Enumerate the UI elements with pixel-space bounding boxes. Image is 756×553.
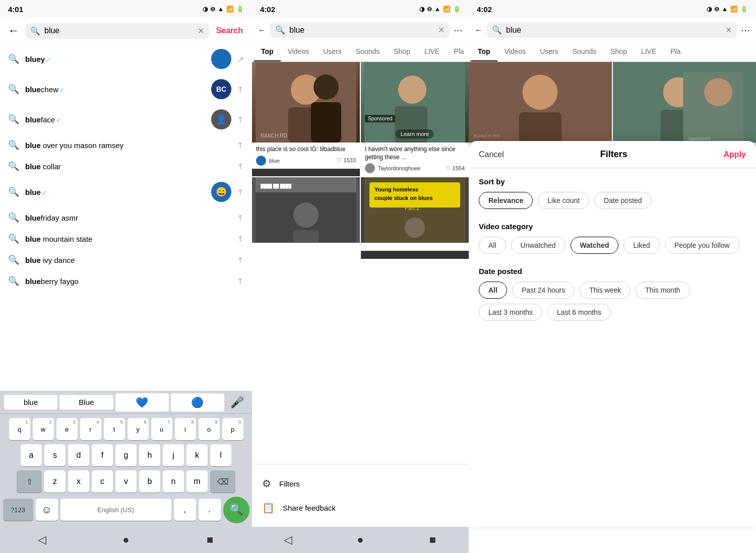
- kb-key-a[interactable]: a: [21, 444, 42, 466]
- chip-people-follow[interactable]: People you follow: [665, 237, 739, 254]
- kb-key-y[interactable]: y6: [128, 418, 149, 440]
- chip-watched[interactable]: Watched: [571, 237, 619, 254]
- tab-sounds-2[interactable]: Sounds: [349, 42, 387, 61]
- nav-back-1[interactable]: ◁: [27, 533, 57, 546]
- kb-key-c[interactable]: c: [92, 470, 113, 493]
- kb-shift-key[interactable]: ⇧: [17, 470, 42, 493]
- filters-cancel-btn[interactable]: Cancel: [479, 150, 504, 159]
- kb-key-x[interactable]: x: [68, 470, 89, 493]
- chip-unwatched[interactable]: Unwatched: [511, 237, 565, 254]
- suggestion-item-bluefriday[interactable]: 🔍 bluefriday asmr ↗: [0, 207, 252, 228]
- suggestion-item-bluey[interactable]: 🔍 bluey✓ 🐾 ↗: [0, 44, 252, 74]
- kb-key-r[interactable]: r4: [80, 418, 101, 440]
- tab-sounds-3[interactable]: Sounds: [565, 42, 603, 61]
- kb-key-p[interactable]: p0: [222, 418, 243, 440]
- search-action-btn[interactable]: Search: [213, 24, 246, 37]
- tab-pla-2[interactable]: Pla: [447, 42, 469, 61]
- learn-more-2[interactable]: Learn more: [396, 129, 434, 139]
- suggestion-item-blue-over[interactable]: 🔍 blue over you mason ramsey ↗: [0, 134, 252, 156]
- tab-top-2[interactable]: Top: [254, 42, 281, 61]
- kb-key-u[interactable]: u7: [151, 418, 172, 440]
- kb-special-key[interactable]: ?123: [3, 499, 33, 521]
- kb-key-w[interactable]: w2: [33, 418, 54, 440]
- tab-top-3[interactable]: Top: [471, 42, 497, 61]
- search-input-3[interactable]: [506, 26, 721, 35]
- kb-key-j[interactable]: j: [163, 444, 184, 466]
- video-card-1[interactable]: RANCH RD this place is so cool IG: lilba…: [252, 62, 360, 176]
- kb-key-b[interactable]: b: [139, 470, 160, 493]
- nav-square-2[interactable]: ■: [417, 533, 448, 546]
- tab-videos-2[interactable]: Videos: [281, 42, 317, 61]
- kb-key-m[interactable]: m: [186, 470, 208, 493]
- kb-key-o[interactable]: o9: [199, 418, 220, 440]
- suggestion-item-blue-ivy[interactable]: 🔍 blue ivy dance ↗: [0, 249, 252, 270]
- suggestion-item-bluechew[interactable]: 🔍 bluechew✓ BC ↗: [0, 74, 252, 104]
- chip-like-count[interactable]: Like count: [538, 192, 589, 209]
- tab-shop-3[interactable]: Shop: [603, 42, 634, 61]
- kb-key-z[interactable]: z: [44, 470, 66, 493]
- kb-key-g[interactable]: g: [115, 444, 137, 466]
- nav-square-1[interactable]: ■: [195, 533, 225, 546]
- suggestion-item-blueberry[interactable]: 🔍 blueberry faygo ↗: [0, 270, 252, 292]
- kb-key-i[interactable]: i8: [175, 418, 196, 440]
- video-card-3[interactable]: ████ ██ ████: [252, 177, 360, 259]
- kb-suggest-blue[interactable]: blue: [4, 395, 57, 409]
- chip-past-24h[interactable]: Past 24 hours: [512, 282, 575, 299]
- more-icon-3[interactable]: ···: [741, 24, 750, 37]
- kb-key-h[interactable]: h: [139, 444, 160, 466]
- microphone-icon[interactable]: 🎤: [226, 396, 248, 409]
- kb-search-key[interactable]: 🔍: [223, 497, 249, 523]
- tab-users-3[interactable]: Users: [533, 42, 565, 61]
- kb-key-d[interactable]: d: [68, 444, 89, 466]
- chip-all-date[interactable]: All: [479, 282, 507, 299]
- chip-relevance[interactable]: Relevance: [479, 192, 533, 209]
- clear-icon-3[interactable]: ✕: [725, 25, 732, 35]
- nav-home-2[interactable]: ●: [345, 533, 375, 546]
- chip-date-posted[interactable]: Date posted: [594, 192, 652, 209]
- kb-key-l[interactable]: l: [210, 444, 231, 466]
- kb-emoji-key[interactable]: ☺: [36, 499, 58, 521]
- kb-delete-key[interactable]: ⌫: [210, 470, 235, 493]
- chip-liked[interactable]: Liked: [623, 237, 659, 254]
- search-input-1[interactable]: [44, 26, 194, 35]
- back-button-1[interactable]: ←: [6, 22, 21, 39]
- kb-suggest-blue-cap[interactable]: Blue: [59, 395, 113, 409]
- chip-all-cat[interactable]: All: [479, 237, 506, 254]
- search-input-2[interactable]: [289, 26, 434, 35]
- suggestion-item-blueface[interactable]: 🔍 blueface✓ 👤 ↗: [0, 104, 252, 134]
- kb-comma-key[interactable]: ,: [174, 499, 196, 521]
- kb-key-q[interactable]: q1: [9, 418, 30, 440]
- tab-pla-3[interactable]: Pla: [663, 42, 687, 61]
- nav-home-1[interactable]: ●: [111, 533, 141, 546]
- nav-back-2[interactable]: ◁: [273, 533, 303, 546]
- suggestion-item-blue-acc[interactable]: 🔍 blue✓ 😄 ↗: [0, 177, 252, 207]
- video-card-4[interactable]: Young homeless couple stuck on blues Par…: [361, 177, 469, 259]
- kb-period-key[interactable]: .: [199, 499, 221, 521]
- chip-this-month[interactable]: This month: [636, 282, 689, 299]
- tab-live-3[interactable]: LIVE: [634, 42, 663, 61]
- kb-key-f[interactable]: f: [92, 444, 113, 466]
- kb-suggest-heart[interactable]: 💙: [115, 393, 169, 411]
- overlay-filters[interactable]: ⚙ Filters: [252, 471, 469, 496]
- kb-key-k[interactable]: k: [186, 444, 208, 466]
- kb-key-n[interactable]: n: [163, 470, 184, 493]
- clear-icon-2[interactable]: ✕: [438, 25, 445, 35]
- kb-key-t[interactable]: t5: [104, 418, 125, 440]
- chip-last-6-months[interactable]: Last 6 months: [547, 304, 611, 321]
- back-button-3[interactable]: ←: [475, 26, 483, 35]
- kb-key-e[interactable]: e3: [56, 418, 78, 440]
- video-card-2[interactable]: Sponsored Learn more I haven't wore anyt…: [361, 62, 469, 176]
- kb-suggest-circle[interactable]: 🔵: [171, 393, 224, 411]
- tab-live-2[interactable]: LIVE: [417, 42, 447, 61]
- kb-space-key[interactable]: English (US): [60, 499, 171, 521]
- back-button-2[interactable]: ←: [258, 26, 266, 35]
- more-icon-2[interactable]: ···: [454, 24, 463, 37]
- tab-videos-3[interactable]: Videos: [497, 42, 533, 61]
- filters-apply-btn[interactable]: Apply: [724, 150, 746, 159]
- kb-key-s[interactable]: s: [44, 444, 66, 466]
- tab-shop-2[interactable]: Shop: [387, 42, 417, 61]
- suggestion-item-blue-collar[interactable]: 🔍 blue collar ↗: [0, 156, 252, 177]
- chip-this-week[interactable]: This week: [580, 282, 631, 299]
- tab-users-2[interactable]: Users: [316, 42, 349, 61]
- overlay-feedback[interactable]: 📋 Share feedback: [252, 496, 469, 520]
